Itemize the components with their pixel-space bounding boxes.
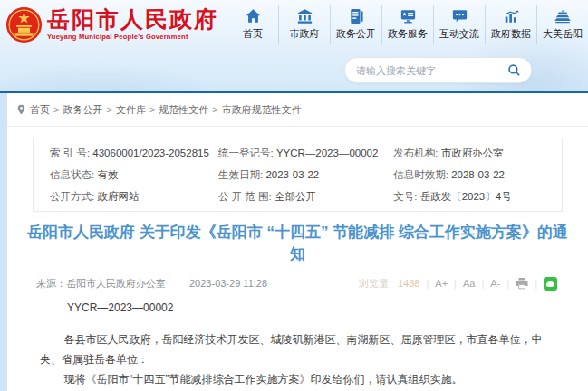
service-screen-icon <box>400 8 416 24</box>
header-top-row: 岳阳市人民政府 Yueyang Municipal People's Gover… <box>0 0 588 49</box>
site-title: 岳阳市人民政府 <box>47 8 218 31</box>
share-icon <box>545 280 555 288</box>
document-reference-number: YYCR—2023—00002 <box>7 300 588 315</box>
search-icon <box>507 63 521 77</box>
info-field-label: 公 开 范 围: <box>218 191 272 202</box>
data-chart-icon <box>504 8 519 24</box>
location-icon <box>16 104 26 115</box>
info-field-label: 统一登记号: <box>218 148 274 158</box>
document-info-table: 索 引 号: 43060001/2023-2052815 统一登记号: YYCR… <box>33 138 563 212</box>
breadcrumb-separator: > <box>106 104 111 115</box>
info-field-value: 政府网站 <box>97 191 139 202</box>
info-field-index-number: 索 引 号: 43060001/2023-2052815 <box>50 142 218 164</box>
breadcrumb-item-home[interactable]: 首页 <box>30 103 50 117</box>
info-field-label: 文号: <box>393 191 417 202</box>
home-icon <box>246 8 261 24</box>
info-field-label: 信息状态: <box>50 169 94 180</box>
info-field-status: 信息状态: 有效 <box>50 164 218 186</box>
breadcrumb-separator: > <box>149 104 155 115</box>
info-field-label: 生效日期: <box>218 169 263 180</box>
nav-item-label: 政务公开 <box>336 27 376 41</box>
breadcrumb-separator: > <box>53 104 59 115</box>
nav-item-label: 大美岳阳 <box>543 27 583 41</box>
info-field-value: 2023-03-22 <box>265 169 319 180</box>
nav-item-beautiful-yueyang[interactable]: 大美岳阳 <box>536 5 588 44</box>
nav-item-home[interactable]: 首页 <box>227 5 278 44</box>
main-content: 首页 > 政务公开 > 文件库 > 规范性文件 > 市政府规范性文件 索 引 号… <box>7 93 588 391</box>
government-building-icon <box>297 8 313 24</box>
info-field-value: 有效 <box>97 169 118 180</box>
nav-item-label: 政务服务 <box>388 27 428 41</box>
nav-item-label: 政府数据 <box>491 27 531 41</box>
info-field-registration-number: 统一登记号: YYCR—2023—00002 <box>218 142 393 164</box>
search-box <box>344 57 532 83</box>
info-field-label: 信息时效期: <box>393 169 448 180</box>
info-field-label: 发布机构: <box>393 148 438 158</box>
divider: | <box>481 278 484 289</box>
nav-item-interaction[interactable]: 互动交流 <box>433 5 485 44</box>
article-paragraph: 现将《岳阳市“十四五”节能减排综合工作实施方案》印发给你们，请认真组织实施。 <box>7 369 588 389</box>
article-meta-left: 来源：岳阳市人民政府办公室 2023-03-29 11:28 <box>36 277 267 291</box>
nav-item-label: 市政府 <box>290 27 320 41</box>
info-field-document-number: 文号: 岳政发〔2023〕4号 <box>393 186 545 207</box>
breadcrumb: 首页 > 政务公开 > 文件库 > 规范性文件 > 市政府规范性文件 <box>7 93 588 127</box>
info-field-expiry-date: 信息时效期: 2028-03-22 <box>393 164 545 186</box>
nav-item-label: 互动交流 <box>439 27 479 41</box>
chat-icon <box>452 8 468 24</box>
share-button[interactable] <box>544 277 557 291</box>
site-title-block: 岳阳市人民政府 Yueyang Municipal People's Gover… <box>47 8 218 41</box>
info-field-value: 岳政发〔2023〕4号 <box>420 191 512 202</box>
main-nav: 首页 市政府 政务公开 政务服务 <box>227 0 588 49</box>
info-field-value: 全部公开 <box>275 191 316 202</box>
nav-item-city-government[interactable]: 市政府 <box>278 5 330 44</box>
search-row <box>0 49 588 91</box>
article-body: YYCR—2023—00002 各县市区人民政府，岳阳经济技术开发区、城陵矶新港… <box>7 300 588 391</box>
site-logo[interactable]: 岳阳市人民政府 Yueyang Municipal People's Gover… <box>5 6 218 43</box>
search-input[interactable] <box>345 65 496 76</box>
breadcrumb-item-gov-affairs[interactable]: 政务公开 <box>63 103 102 117</box>
info-field-value: 市政府办公室 <box>441 148 504 158</box>
breadcrumb-separator: > <box>212 104 217 115</box>
divider: | <box>506 278 509 289</box>
divider: | <box>535 278 537 289</box>
nav-item-gov-affairs-disclosure[interactable]: 政务公开 <box>330 5 381 44</box>
info-field-label: 公开方式: <box>50 191 94 202</box>
divider: | <box>454 278 457 289</box>
article-title: 岳阳市人民政府 关于印发《岳阳市 “十四五” 节能减排 综合工作实施方案》的通知 <box>24 222 572 265</box>
divider: | <box>426 278 429 289</box>
info-field-value: YYCR—2023—00002 <box>276 148 379 158</box>
font-size-reset-button[interactable]: Aa <box>463 278 475 289</box>
info-field-disclosure-method: 公开方式: 政府网站 <box>50 186 218 207</box>
info-field-effective-date: 生效日期: 2023-03-22 <box>218 164 393 186</box>
info-field-value: 2028-03-22 <box>451 169 505 180</box>
breadcrumb-item-current: 市政府规范性文件 <box>222 103 302 117</box>
site-header: 岳阳市人民政府 Yueyang Municipal People's Gover… <box>0 0 588 93</box>
font-size-decrease-button[interactable]: A- <box>490 278 500 289</box>
nav-item-gov-services[interactable]: 政务服务 <box>381 5 433 44</box>
nav-item-gov-data[interactable]: 政府数据 <box>485 5 536 44</box>
info-field-issuing-agency: 发布机构: 市政府办公室 <box>393 142 545 164</box>
views-count: 1438 <box>398 278 419 289</box>
info-field-disclosure-scope: 公 开 范 围: 全部公开 <box>218 186 393 207</box>
font-size-increase-button[interactable]: A+ <box>435 278 448 289</box>
nav-item-label: 首页 <box>243 27 263 41</box>
breadcrumb-item-normative-docs[interactable]: 规范性文件 <box>159 103 208 117</box>
info-field-label: 索 引 号: <box>50 148 90 158</box>
article-meta-row: 来源：岳阳市人民政府办公室 2023-03-29 11:28 浏览量: 1438… <box>36 277 557 291</box>
breadcrumb-item-file-library[interactable]: 文件库 <box>116 103 146 117</box>
search-button[interactable] <box>496 62 531 78</box>
print-button[interactable] <box>516 277 528 290</box>
national-emblem-icon <box>5 6 43 43</box>
views-label: 浏览量: <box>359 277 391 291</box>
article-datetime: 2023-03-29 11:28 <box>189 278 267 289</box>
article-meta-tools: 浏览量: 1438 | A+ | Aa | A- | | <box>359 277 557 291</box>
info-field-value: 43060001/2023-2052815 <box>92 148 209 158</box>
article-paragraph: 各县市区人民政府，岳阳经济技术开发区、城陵矶新港区、南湖新区、屈原管理区，市直各… <box>7 329 588 369</box>
printer-icon <box>516 277 528 290</box>
site-subtitle: Yueyang Municipal People's Government <box>47 33 218 41</box>
article-source: 来源：岳阳市人民政府办公室 <box>36 277 166 291</box>
document-icon <box>350 8 363 24</box>
yueyang-tower-icon <box>554 8 571 24</box>
